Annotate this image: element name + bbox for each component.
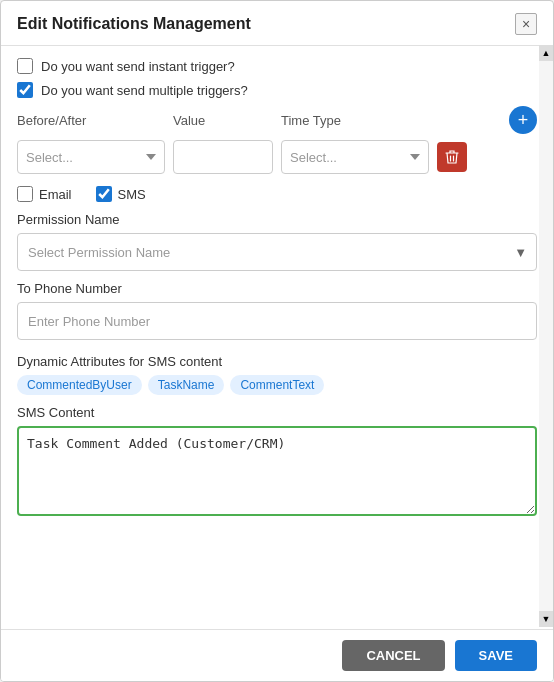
instant-trigger-checkbox[interactable] <box>17 58 33 74</box>
multiple-triggers-label: Do you want send multiple triggers? <box>41 83 248 98</box>
sms-label: SMS <box>118 187 146 202</box>
time-type-select[interactable]: Select... <box>281 140 429 174</box>
tag-commentedbyuser[interactable]: CommentedByUser <box>17 375 142 395</box>
phone-input[interactable] <box>17 302 537 340</box>
permission-select[interactable]: Select Permission Name <box>17 233 537 271</box>
email-checkbox[interactable] <box>17 186 33 202</box>
modal-container: Edit Notifications Management × Do you w… <box>0 0 554 682</box>
value-column-label: Value <box>173 113 273 128</box>
scroll-up-arrow[interactable]: ▲ <box>539 45 553 61</box>
trigger-inputs-row: Select... Select... <box>17 140 537 174</box>
modal-title: Edit Notifications Management <box>17 15 251 33</box>
channel-row: Email SMS <box>17 186 537 202</box>
multiple-triggers-checkbox[interactable] <box>17 82 33 98</box>
sms-content-textarea[interactable]: Task Comment Added (Customer/CRM) <box>17 426 537 516</box>
cancel-button[interactable]: CANCEL <box>342 640 444 671</box>
scroll-down-arrow[interactable]: ▼ <box>539 611 553 627</box>
instant-trigger-row: Do you want send instant trigger? <box>17 58 537 74</box>
before-after-select[interactable]: Select... <box>17 140 165 174</box>
email-item: Email <box>17 186 72 202</box>
tag-commenttext[interactable]: CommentText <box>230 375 324 395</box>
value-input[interactable] <box>173 140 273 174</box>
multiple-triggers-row: Do you want send multiple triggers? <box>17 82 537 98</box>
scrollbar: ▲ ▼ <box>539 45 553 627</box>
sms-content-label: SMS Content <box>17 405 537 420</box>
before-after-column-label: Before/After <box>17 113 165 128</box>
close-button[interactable]: × <box>515 13 537 35</box>
phone-label: To Phone Number <box>17 281 537 296</box>
instant-trigger-label: Do you want send instant trigger? <box>41 59 235 74</box>
modal-header: Edit Notifications Management × <box>1 1 553 46</box>
modal-body: Do you want send instant trigger? Do you… <box>1 46 553 629</box>
dynamic-attrs-tags: CommentedByUser TaskName CommentText <box>17 375 537 395</box>
trigger-columns-header: Before/After Value Time Type + <box>17 106 537 134</box>
dynamic-attrs-label: Dynamic Attributes for SMS content <box>17 354 537 369</box>
add-trigger-button[interactable]: + <box>509 106 537 134</box>
sms-item: SMS <box>96 186 146 202</box>
permission-label: Permission Name <box>17 212 537 227</box>
tag-taskname[interactable]: TaskName <box>148 375 225 395</box>
save-button[interactable]: SAVE <box>455 640 537 671</box>
sms-checkbox[interactable] <box>96 186 112 202</box>
delete-trigger-button[interactable] <box>437 142 467 172</box>
permission-select-wrapper: Select Permission Name ▼ <box>17 233 537 271</box>
time-type-column-label: Time Type <box>281 113 429 128</box>
email-label: Email <box>39 187 72 202</box>
trash-icon <box>445 149 459 165</box>
modal-footer: CANCEL SAVE <box>1 629 553 681</box>
